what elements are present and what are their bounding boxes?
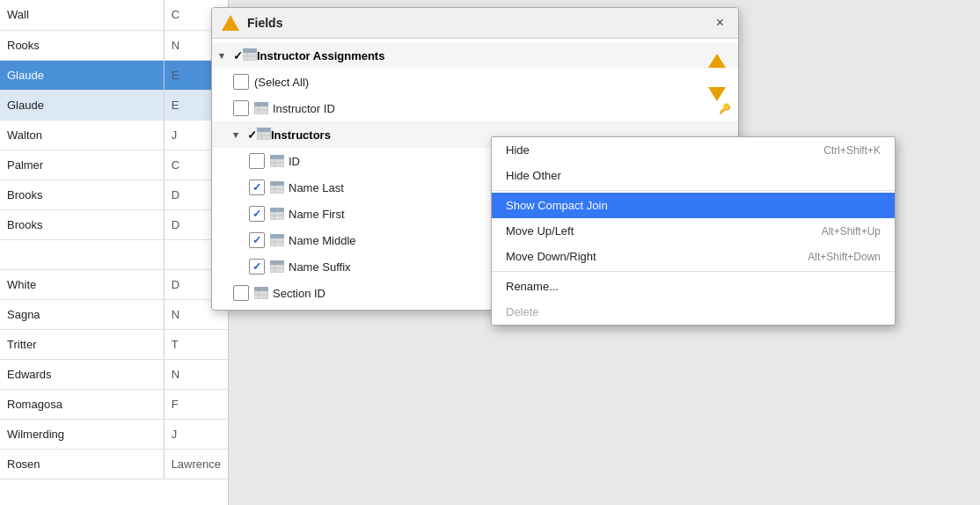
context-item-label: Move Up/Left: [506, 224, 574, 238]
context-menu-divider: [492, 190, 895, 191]
table-icon: [257, 128, 271, 143]
context-menu-item[interactable]: Show Compact Join: [492, 193, 895, 218]
field-item-row[interactable]: Instructor ID 🔑: [212, 95, 738, 121]
group-checkbox[interactable]: ✓: [233, 49, 243, 62]
context-menu-item[interactable]: HideCtrl+Shift+K: [492, 137, 895, 163]
svg-rect-29: [270, 260, 284, 265]
table-cell-col2: N: [164, 359, 228, 389]
context-item-shortcut: Ctrl+Shift+K: [823, 144, 881, 157]
field-item-row[interactable]: (Select All): [212, 69, 738, 95]
table-cell-name: Wall: [0, 0, 164, 30]
svg-marker-36: [708, 54, 726, 68]
field-checkbox[interactable]: [249, 259, 265, 274]
context-item-shortcut: Alt+Shift+Up: [822, 225, 881, 238]
field-type-icon: [254, 102, 268, 114]
svg-rect-13: [270, 155, 284, 159]
field-type-icon: [270, 260, 284, 273]
svg-rect-21: [270, 208, 284, 212]
table-cell-name: Rosen: [0, 449, 164, 479]
field-type-icon: [270, 208, 284, 220]
context-item-shortcut: Alt+Shift+Down: [808, 251, 881, 263]
table-cell-name: Edwards: [0, 359, 164, 389]
field-label: Instructor ID: [273, 102, 715, 115]
table-cell-col2: Lawrence: [164, 449, 228, 479]
table-cell-name: Walton: [0, 120, 164, 150]
group-label: Instructor Assignments: [257, 49, 384, 62]
table-cell-name: Brooks: [0, 209, 164, 239]
move-down-button[interactable]: [703, 80, 731, 108]
table-cell-name: Wilmerding: [0, 419, 164, 449]
warning-icon: [221, 13, 240, 33]
context-item-label: Rename...: [506, 280, 559, 293]
field-type-icon: [270, 181, 284, 194]
table-cell-name: Brooks: [0, 179, 164, 209]
table-cell-name: Glaude: [0, 90, 164, 120]
table-cell-name: Tritter: [0, 329, 164, 359]
context-menu-item[interactable]: Move Down/RightAlt+Shift+Down: [492, 244, 895, 269]
field-type-icon: [270, 234, 284, 246]
fields-header: Fields ×: [212, 8, 738, 39]
field-checkbox[interactable]: [249, 206, 265, 222]
background-table: WallCRooksNGlaudeEGlaudeEWaltonJPalmerCB…: [0, 0, 229, 505]
svg-rect-33: [254, 287, 268, 291]
field-checkbox[interactable]: [233, 74, 249, 90]
svg-marker-37: [708, 87, 726, 101]
table-cell-col2: T: [164, 329, 228, 359]
svg-rect-9: [257, 128, 271, 132]
field-checkbox[interactable]: [249, 179, 265, 195]
table-cell-name: White: [0, 269, 164, 299]
expand-arrow-icon: ▾: [219, 50, 231, 62]
context-menu-item[interactable]: Rename...: [492, 274, 895, 299]
table-cell-name: Rooks: [0, 30, 164, 60]
table-icon: [243, 48, 257, 63]
group-label: Instructors: [271, 128, 331, 142]
table-cell-name: Sagna: [0, 299, 164, 329]
context-menu-item[interactable]: Hide Other: [492, 163, 895, 188]
field-label: (Select All): [254, 76, 731, 89]
context-item-label: Show Compact Join: [506, 199, 608, 212]
field-checkbox[interactable]: [249, 232, 265, 248]
context-menu-divider: [492, 271, 895, 272]
svg-rect-5: [254, 102, 268, 106]
group-checkbox[interactable]: ✓: [247, 128, 257, 142]
context-menu-item[interactable]: Move Up/LeftAlt+Shift+Up: [492, 218, 895, 244]
context-item-label: Hide: [506, 143, 530, 157]
context-menu: HideCtrl+Shift+KHide OtherShow Compact J…: [491, 136, 896, 326]
svg-rect-17: [270, 181, 284, 186]
table-cell-col2: J: [164, 419, 228, 449]
close-button[interactable]: ×: [711, 13, 729, 33]
context-item-label: Move Down/Right: [506, 250, 596, 263]
table-cell-col2: F: [164, 389, 228, 419]
field-checkbox[interactable]: [233, 100, 249, 116]
context-item-label: Delete: [506, 305, 539, 318]
expand-arrow-icon: ▾: [233, 129, 245, 141]
svg-rect-1: [243, 48, 257, 53]
field-type-icon: [270, 155, 284, 167]
field-checkbox[interactable]: [233, 285, 249, 301]
table-cell-name: Glaude: [0, 60, 164, 90]
svg-rect-25: [270, 234, 284, 238]
table-cell-name: Palmer: [0, 150, 164, 179]
table-cell-name: [0, 239, 164, 269]
table-cell-name: Romagosa: [0, 389, 164, 419]
move-up-button[interactable]: [703, 47, 731, 75]
field-checkbox[interactable]: [249, 153, 265, 169]
context-menu-item: Delete: [492, 299, 895, 325]
field-type-icon: [254, 287, 268, 299]
context-item-label: Hide Other: [506, 169, 561, 182]
fields-title: Fields: [247, 16, 711, 30]
field-group-row[interactable]: ▾ ✓ Instructor Assignments: [212, 42, 738, 69]
